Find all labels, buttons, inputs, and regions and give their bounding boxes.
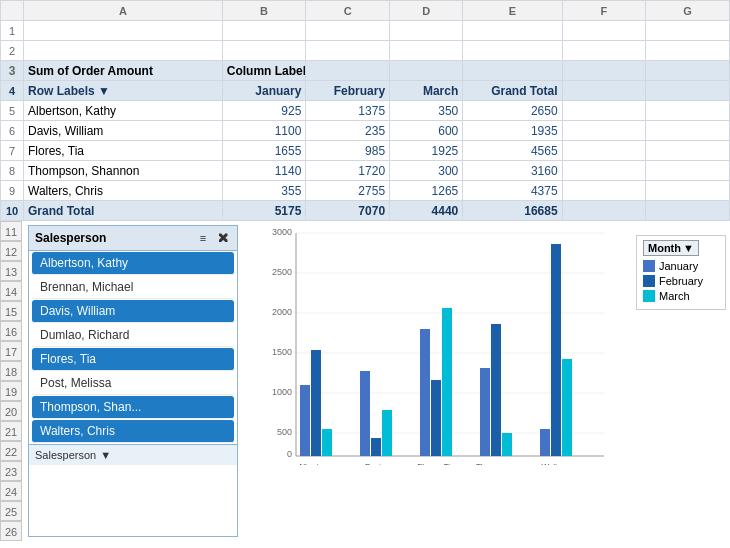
cell-1A [24,21,223,41]
cell-1B [222,21,306,41]
svg-text:0: 0 [287,449,292,459]
row-num-22: 22 [0,441,22,461]
legend-swatch-january [643,260,655,272]
col-header-F: F [562,1,646,21]
legend-item-march: March [643,290,719,302]
filter-panel-footer[interactable]: Salesperson ▼ [29,444,237,465]
bar-feb-thompson [491,324,501,456]
cell-6G [646,121,730,141]
cell-3C [306,61,390,81]
pivot-february-header: February [306,81,390,101]
filter-item-thompson[interactable]: Thompson, Shan... [32,396,234,419]
row-num-20: 20 [0,401,22,421]
pivot-jan-walters: 355 [222,181,306,201]
row-num-8: 8 [1,161,24,181]
svg-text:2000: 2000 [272,307,292,317]
pivot-mar-flores: 1925 [390,141,463,161]
row-num-18: 18 [0,361,22,381]
pivot-total-albertson: 2650 [463,101,562,121]
cell-4F [562,81,646,101]
pivot-name-thompson: Thompson, Shannon [24,161,223,181]
legend-label-january: January [659,260,698,272]
legend-dropdown[interactable]: Month ▼ [643,240,699,256]
row-num-2: 2 [1,41,24,61]
filter-item-davis[interactable]: Davis, William [32,300,234,323]
bar-mar-walters [562,359,572,456]
spreadsheet-table: A B C D E F G 1 2 [0,0,730,221]
table-row: 3 Sum of Order Amount Column Labels ▼ [1,61,730,81]
row-num-1: 1 [1,21,24,41]
bar-feb-flores [431,380,441,456]
cell-10G [646,201,730,221]
pivot-data-row-walters: 9 Walters, Chris 355 2755 1265 4375 [1,181,730,201]
chart-legend: Month ▼ January February March [636,235,726,310]
svg-text:Albertson,: Albertson, [298,462,334,465]
pivot-total-thompson: 3160 [463,161,562,181]
pivot-feb-walters: 2755 [306,181,390,201]
table-row: 2 [1,41,730,61]
col-header-B: B [222,1,306,21]
cell-6F [562,121,646,141]
row-num-17: 17 [0,341,22,361]
col-header-D: D [390,1,463,21]
pivot-feb-albertson: 1375 [306,101,390,121]
cell-5F [562,101,646,121]
chart-inner: 3000 2500 2000 1500 1000 500 0 [252,225,636,485]
pivot-mar-walters: 1265 [390,181,463,201]
filter-item-flores[interactable]: Flores, Tia [32,348,234,371]
bar-jan-walters [540,429,550,456]
pivot-data-row-flores: 7 Flores, Tia 1655 985 1925 4565 [1,141,730,161]
bar-chart: 3000 2500 2000 1500 1000 500 0 [252,225,636,465]
filter-panel-title: Salesperson [35,231,106,245]
bar-jan-albertson [300,385,310,456]
pivot-mar-albertson: 350 [390,101,463,121]
row-num-11: 11 [0,221,22,241]
svg-text:Flores, Tia: Flores, Tia [417,462,455,465]
cell-8F [562,161,646,181]
cell-8G [646,161,730,181]
pivot-grand-total: 16685 [463,201,562,221]
cell-5G [646,101,730,121]
pivot-march-header: March [390,81,463,101]
filter-item-albertson[interactable]: Albertson, Kathy [32,252,234,275]
pivot-grandtotal-header: Grand Total [463,81,562,101]
bar-mar-thompson [502,433,512,456]
filter-item-dumlao[interactable]: Dumlao, Richard [32,324,234,347]
filter-footer-dropdown-icon[interactable]: ▼ [100,449,111,461]
col-header-A: A [24,1,223,21]
pivot-name-walters: Walters, Chris [24,181,223,201]
filter-item-walters[interactable]: Walters, Chris [32,420,234,443]
legend-swatch-march [643,290,655,302]
filter-sort-icon[interactable]: ≡ [195,230,211,246]
filter-item-post[interactable]: Post, Melissa [32,372,234,395]
row-num-21: 21 [0,421,22,441]
cell-10F [562,201,646,221]
cell-2E [463,41,562,61]
cell-7G [646,141,730,161]
cell-3G [646,61,730,81]
pivot-total-davis: 1935 [463,121,562,141]
cell-3E [463,61,562,81]
row-num-26: 26 [0,521,22,541]
chart-area: 3000 2500 2000 1500 1000 500 0 [244,221,730,541]
filter-item-brennan[interactable]: Brennan, Michael [32,276,234,299]
pivot-jan-davis: 1100 [222,121,306,141]
filter-clear-icon[interactable]: 🗙 [215,230,231,246]
pivot-column-labels-row: 4 Row Labels ▼ January February March Gr… [1,81,730,101]
row-num-23: 23 [0,461,22,481]
pivot-mar-thompson: 300 [390,161,463,181]
row-num-14: 14 [0,281,22,301]
row-num-12: 12 [0,241,22,261]
pivot-name-davis: Davis, William [24,121,223,141]
svg-text:Thompson,: Thompson, [476,462,516,465]
legend-item-february: February [643,275,719,287]
bar-jan-thompson [480,368,490,456]
row-num-19: 19 [0,381,22,401]
cell-4G [646,81,730,101]
pivot-row-labels-header[interactable]: Row Labels ▼ [24,81,223,101]
col-header-E: E [463,1,562,21]
filter-panel-icons: ≡ 🗙 [195,230,231,246]
pivot-data-row-albertson: 5 Albertson, Kathy 925 1375 350 2650 [1,101,730,121]
cell-2C [306,41,390,61]
row-num-24: 24 [0,481,22,501]
